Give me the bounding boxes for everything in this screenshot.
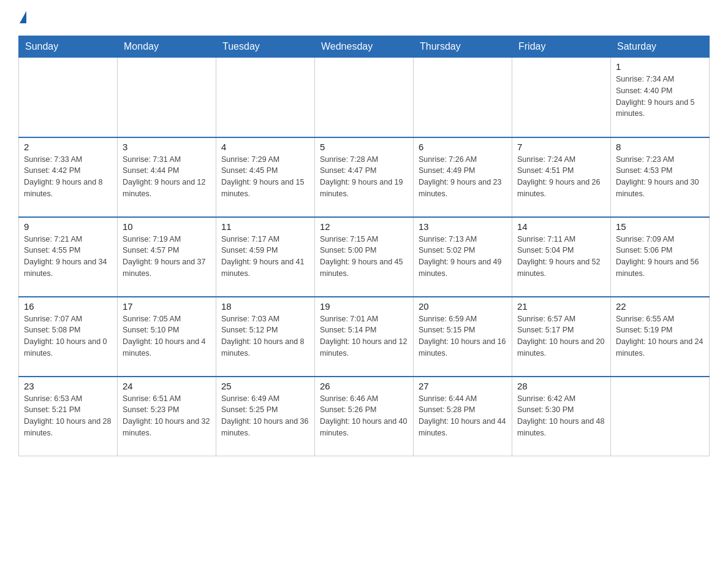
col-header-saturday: Saturday: [611, 36, 710, 58]
table-row: 6Sunrise: 7:26 AMSunset: 4:49 PMDaylight…: [414, 137, 512, 217]
table-row: 17Sunrise: 7:05 AMSunset: 5:10 PMDayligh…: [118, 297, 216, 377]
col-header-thursday: Thursday: [414, 36, 512, 58]
day-info: Sunrise: 7:31 AMSunset: 4:44 PMDaylight:…: [123, 154, 211, 200]
day-number: 23: [24, 381, 112, 391]
day-info: Sunrise: 6:51 AMSunset: 5:23 PMDaylight:…: [123, 393, 211, 439]
table-row: 15Sunrise: 7:09 AMSunset: 5:06 PMDayligh…: [611, 217, 710, 297]
table-row: 9Sunrise: 7:21 AMSunset: 4:55 PMDaylight…: [19, 217, 118, 297]
day-info: Sunrise: 7:17 AMSunset: 4:59 PMDaylight:…: [221, 234, 309, 280]
day-info: Sunrise: 7:23 AMSunset: 4:53 PMDaylight:…: [616, 154, 704, 200]
table-row: [118, 58, 216, 137]
day-number: 25: [221, 381, 309, 391]
day-number: 8: [616, 142, 704, 152]
day-number: 11: [221, 221, 309, 232]
day-info: Sunrise: 6:59 AMSunset: 5:15 PMDaylight:…: [419, 313, 507, 359]
day-number: 17: [123, 301, 211, 312]
day-info: Sunrise: 7:21 AMSunset: 4:55 PMDaylight:…: [24, 234, 112, 280]
day-number: 14: [517, 221, 605, 232]
day-number: 12: [320, 221, 408, 232]
table-row: 20Sunrise: 6:59 AMSunset: 5:15 PMDayligh…: [414, 297, 512, 377]
day-number: 21: [517, 301, 605, 312]
col-header-sunday: Sunday: [19, 36, 118, 58]
day-number: 1: [616, 61, 704, 72]
day-number: 10: [123, 221, 211, 232]
day-info: Sunrise: 6:55 AMSunset: 5:19 PMDaylight:…: [616, 313, 704, 359]
logo-triangle-icon: [20, 11, 26, 23]
page-header: [18, 12, 710, 25]
table-row: 26Sunrise: 6:46 AMSunset: 5:26 PMDayligh…: [315, 377, 414, 456]
day-number: 24: [123, 381, 211, 391]
day-info: Sunrise: 7:01 AMSunset: 5:14 PMDaylight:…: [320, 313, 408, 359]
calendar-week-row: 16Sunrise: 7:07 AMSunset: 5:08 PMDayligh…: [19, 297, 710, 377]
day-number: 16: [24, 301, 112, 312]
calendar-week-row: 23Sunrise: 6:53 AMSunset: 5:21 PMDayligh…: [19, 377, 710, 456]
table-row: 21Sunrise: 6:57 AMSunset: 5:17 PMDayligh…: [512, 297, 611, 377]
table-row: [611, 377, 710, 456]
table-row: 25Sunrise: 6:49 AMSunset: 5:25 PMDayligh…: [216, 377, 315, 456]
table-row: [19, 58, 118, 137]
day-info: Sunrise: 7:28 AMSunset: 4:47 PMDaylight:…: [320, 154, 408, 200]
col-header-monday: Monday: [118, 36, 216, 58]
calendar-header-row: Sunday Monday Tuesday Wednesday Thursday…: [19, 36, 710, 58]
day-info: Sunrise: 7:33 AMSunset: 4:42 PMDaylight:…: [24, 154, 112, 200]
table-row: 28Sunrise: 6:42 AMSunset: 5:30 PMDayligh…: [512, 377, 611, 456]
table-row: 5Sunrise: 7:28 AMSunset: 4:47 PMDaylight…: [315, 137, 414, 217]
day-number: 20: [419, 301, 507, 312]
day-info: Sunrise: 7:13 AMSunset: 5:02 PMDaylight:…: [419, 234, 507, 280]
day-info: Sunrise: 7:09 AMSunset: 5:06 PMDaylight:…: [616, 234, 704, 280]
table-row: 13Sunrise: 7:13 AMSunset: 5:02 PMDayligh…: [414, 217, 512, 297]
day-info: Sunrise: 7:26 AMSunset: 4:49 PMDaylight:…: [419, 154, 507, 200]
logo: [18, 12, 28, 25]
day-number: 19: [320, 301, 408, 312]
day-number: 9: [24, 221, 112, 232]
calendar-week-row: 2Sunrise: 7:33 AMSunset: 4:42 PMDaylight…: [19, 137, 710, 217]
table-row: 7Sunrise: 7:24 AMSunset: 4:51 PMDaylight…: [512, 137, 611, 217]
col-header-friday: Friday: [512, 36, 611, 58]
day-number: 4: [221, 142, 309, 152]
day-info: Sunrise: 6:46 AMSunset: 5:26 PMDaylight:…: [320, 393, 408, 439]
day-info: Sunrise: 7:24 AMSunset: 4:51 PMDaylight:…: [517, 154, 605, 200]
table-row: [414, 58, 512, 137]
day-number: 15: [616, 221, 704, 232]
table-row: 19Sunrise: 7:01 AMSunset: 5:14 PMDayligh…: [315, 297, 414, 377]
day-number: 13: [419, 221, 507, 232]
day-number: 28: [517, 381, 605, 391]
table-row: 1Sunrise: 7:34 AMSunset: 4:40 PMDaylight…: [611, 58, 710, 137]
table-row: 22Sunrise: 6:55 AMSunset: 5:19 PMDayligh…: [611, 297, 710, 377]
col-header-wednesday: Wednesday: [315, 36, 414, 58]
day-info: Sunrise: 6:57 AMSunset: 5:17 PMDaylight:…: [517, 313, 605, 359]
day-info: Sunrise: 7:07 AMSunset: 5:08 PMDaylight:…: [24, 313, 112, 359]
day-number: 6: [419, 142, 507, 152]
day-info: Sunrise: 6:49 AMSunset: 5:25 PMDaylight:…: [221, 393, 309, 439]
table-row: 3Sunrise: 7:31 AMSunset: 4:44 PMDaylight…: [118, 137, 216, 217]
day-number: 3: [123, 142, 211, 152]
calendar-week-row: 9Sunrise: 7:21 AMSunset: 4:55 PMDaylight…: [19, 217, 710, 297]
table-row: 10Sunrise: 7:19 AMSunset: 4:57 PMDayligh…: [118, 217, 216, 297]
day-info: Sunrise: 7:03 AMSunset: 5:12 PMDaylight:…: [221, 313, 309, 359]
calendar-week-row: 1Sunrise: 7:34 AMSunset: 4:40 PMDaylight…: [19, 58, 710, 137]
day-info: Sunrise: 7:29 AMSunset: 4:45 PMDaylight:…: [221, 154, 309, 200]
day-info: Sunrise: 7:05 AMSunset: 5:10 PMDaylight:…: [123, 313, 211, 359]
calendar-table: Sunday Monday Tuesday Wednesday Thursday…: [18, 36, 710, 456]
day-number: 27: [419, 381, 507, 391]
table-row: 4Sunrise: 7:29 AMSunset: 4:45 PMDaylight…: [216, 137, 315, 217]
table-row: 18Sunrise: 7:03 AMSunset: 5:12 PMDayligh…: [216, 297, 315, 377]
day-info: Sunrise: 7:15 AMSunset: 5:00 PMDaylight:…: [320, 234, 408, 280]
day-number: 22: [616, 301, 704, 312]
day-number: 5: [320, 142, 408, 152]
day-number: 26: [320, 381, 408, 391]
day-number: 2: [24, 142, 112, 152]
table-row: 23Sunrise: 6:53 AMSunset: 5:21 PMDayligh…: [19, 377, 118, 456]
day-number: 7: [517, 142, 605, 152]
table-row: 2Sunrise: 7:33 AMSunset: 4:42 PMDaylight…: [19, 137, 118, 217]
day-info: Sunrise: 6:42 AMSunset: 5:30 PMDaylight:…: [517, 393, 605, 439]
table-row: 24Sunrise: 6:51 AMSunset: 5:23 PMDayligh…: [118, 377, 216, 456]
table-row: 14Sunrise: 7:11 AMSunset: 5:04 PMDayligh…: [512, 217, 611, 297]
table-row: 8Sunrise: 7:23 AMSunset: 4:53 PMDaylight…: [611, 137, 710, 217]
table-row: 16Sunrise: 7:07 AMSunset: 5:08 PMDayligh…: [19, 297, 118, 377]
table-row: 11Sunrise: 7:17 AMSunset: 4:59 PMDayligh…: [216, 217, 315, 297]
day-info: Sunrise: 7:19 AMSunset: 4:57 PMDaylight:…: [123, 234, 211, 280]
table-row: [216, 58, 315, 137]
table-row: 12Sunrise: 7:15 AMSunset: 5:00 PMDayligh…: [315, 217, 414, 297]
table-row: 27Sunrise: 6:44 AMSunset: 5:28 PMDayligh…: [414, 377, 512, 456]
